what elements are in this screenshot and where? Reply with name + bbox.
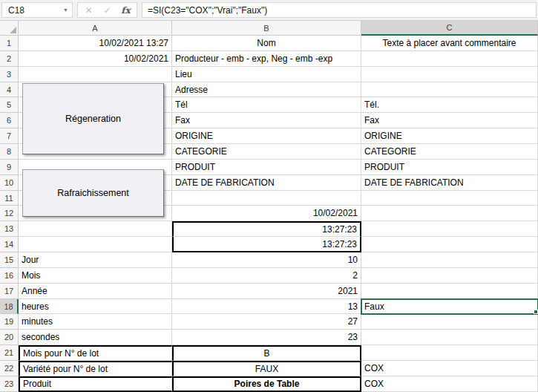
cell-C9[interactable]: PRODUIT: [361, 160, 538, 175]
cell-B18[interactable]: 13: [172, 299, 361, 315]
cell-B22[interactable]: FAUX: [172, 361, 361, 376]
cell-B23[interactable]: Poires de Table: [172, 376, 361, 392]
cell-C23[interactable]: COX: [361, 376, 538, 392]
cell-B7[interactable]: ORIGINE: [172, 128, 361, 144]
row-header-13[interactable]: 13: [0, 221, 19, 237]
formula-text: =SI(C23="COX";"Vrai";"Faux"): [148, 5, 267, 16]
row-header-20[interactable]: 20: [0, 330, 19, 345]
cell-B12[interactable]: 10/02/2021: [172, 206, 361, 221]
row-header-14[interactable]: 14: [0, 237, 19, 252]
cell-C5[interactable]: Tél.: [361, 97, 538, 113]
cell-C21[interactable]: [361, 345, 538, 361]
cell-B3[interactable]: Lieu: [172, 67, 361, 82]
row-header-17[interactable]: 17: [0, 284, 19, 299]
row-header-15[interactable]: 15: [0, 252, 19, 268]
row-header-11[interactable]: 11: [0, 191, 19, 206]
cell-B20[interactable]: 23: [172, 330, 361, 345]
row-header-1[interactable]: 1: [0, 36, 19, 51]
cell-A1[interactable]: 10/02/2021 13:27: [19, 36, 172, 51]
cell-B21[interactable]: B: [172, 345, 361, 361]
cancel-icon[interactable]: ✕: [79, 5, 98, 16]
cell-B6[interactable]: Fax: [172, 113, 361, 128]
row-header-23[interactable]: 23: [0, 376, 19, 392]
cell-B2[interactable]: Producteur - emb - exp, Neg - emb -exp: [172, 51, 361, 67]
cell-A17[interactable]: Année: [19, 284, 172, 299]
cell-B4[interactable]: Adresse: [172, 82, 361, 98]
cell-C14[interactable]: [361, 237, 538, 252]
cell-A23[interactable]: Produit: [19, 376, 172, 392]
column-header-B[interactable]: B: [172, 21, 361, 36]
regeneration-button[interactable]: Régeneration: [22, 83, 164, 154]
select-all-triangle-icon: [10, 27, 16, 33]
fill-handle[interactable]: [534, 310, 538, 314]
row-header-10[interactable]: 10: [0, 175, 19, 191]
cell-B19[interactable]: 27: [172, 314, 361, 330]
row-header-4[interactable]: 4: [0, 82, 19, 98]
formula-bar-buttons: ✕ ✓ fx: [77, 2, 137, 18]
row-header-7[interactable]: 7: [0, 128, 19, 144]
cell-B8[interactable]: CATEGORIE: [172, 144, 361, 160]
cell-C3[interactable]: [361, 67, 538, 82]
row-header-3[interactable]: 3: [0, 67, 19, 82]
cell-C6[interactable]: Fax: [361, 113, 538, 128]
cell-B14[interactable]: 13:27:23: [172, 237, 361, 252]
cell-A21[interactable]: Mois pour N° de lot: [19, 345, 172, 361]
cell-A15[interactable]: Jour: [19, 252, 172, 268]
cell-C7[interactable]: ORIGINE: [361, 128, 538, 144]
rafraichissement-button[interactable]: Rafraichissement: [22, 169, 164, 217]
row-header-8[interactable]: 8: [0, 144, 19, 160]
column-header-C[interactable]: C: [361, 21, 538, 36]
cell-B5[interactable]: Tél: [172, 97, 361, 113]
cell-C15[interactable]: [361, 252, 538, 268]
cell-B17[interactable]: 2021: [172, 284, 361, 299]
row-header-2[interactable]: 2: [0, 51, 19, 67]
cell-C20[interactable]: [361, 330, 538, 345]
cell-B11[interactable]: [172, 191, 361, 206]
cell-B15[interactable]: 10: [172, 252, 361, 268]
cell-B10[interactable]: DATE DE FABRICATION: [172, 175, 361, 191]
cell-C16[interactable]: [361, 268, 538, 284]
cell-C4[interactable]: [361, 82, 538, 98]
cell-C19[interactable]: [361, 314, 538, 330]
select-all-corner[interactable]: [0, 21, 19, 36]
name-box-dropdown-icon[interactable]: ▼: [62, 7, 70, 13]
cell-A16[interactable]: Mois: [19, 268, 172, 284]
row-header-19[interactable]: 19: [0, 314, 19, 330]
formula-input[interactable]: =SI(C23="COX";"Vrai";"Faux"): [142, 2, 537, 18]
row-header-6[interactable]: 6: [0, 113, 19, 128]
cell-C2[interactable]: [361, 51, 538, 67]
cell-C11[interactable]: [361, 191, 538, 206]
column-header-A[interactable]: A: [19, 21, 172, 36]
cell-A2[interactable]: 10/02/2021: [19, 51, 172, 67]
cell-C18[interactable]: Faux: [361, 299, 538, 315]
cell-C1[interactable]: Texte à placer avant commentaire: [361, 36, 538, 51]
cell-B9[interactable]: PRODUIT: [172, 160, 361, 175]
cell-A19[interactable]: minutes: [19, 314, 172, 330]
cell-C22[interactable]: COX: [361, 361, 538, 376]
row-header-22[interactable]: 22: [0, 361, 19, 376]
name-box[interactable]: C18 ▼: [1, 2, 73, 18]
cell-C17[interactable]: [361, 284, 538, 299]
row-header-16[interactable]: 16: [0, 268, 19, 284]
cell-B13[interactable]: 13:27:23: [172, 221, 361, 237]
cell-C10[interactable]: DATE DE FABRICATION: [361, 175, 538, 191]
formula-bar: C18 ▼ ✕ ✓ fx =SI(C23="COX";"Vrai";"Faux"…: [0, 0, 538, 21]
row-header-5[interactable]: 5: [0, 97, 19, 113]
insert-function-icon[interactable]: fx: [117, 5, 135, 16]
cell-B1[interactable]: Nom: [172, 36, 361, 51]
cell-A20[interactable]: secondes: [19, 330, 172, 345]
cell-A3[interactable]: [19, 67, 172, 82]
cell-A22[interactable]: Variété pour N° de lot: [19, 361, 172, 376]
cell-C8[interactable]: CATEGORIE: [361, 144, 538, 160]
row-header-12[interactable]: 12: [0, 206, 19, 221]
cell-A13[interactable]: [19, 221, 172, 237]
enter-icon[interactable]: ✓: [98, 5, 117, 16]
row-header-9[interactable]: 9: [0, 160, 19, 175]
cell-C13[interactable]: [361, 221, 538, 237]
row-header-18[interactable]: 18: [0, 299, 19, 315]
row-header-21[interactable]: 21: [0, 345, 19, 361]
cell-C12[interactable]: [361, 206, 538, 221]
cell-A14[interactable]: [19, 237, 172, 252]
cell-B16[interactable]: 2: [172, 268, 361, 284]
cell-A18[interactable]: heures: [19, 299, 172, 315]
